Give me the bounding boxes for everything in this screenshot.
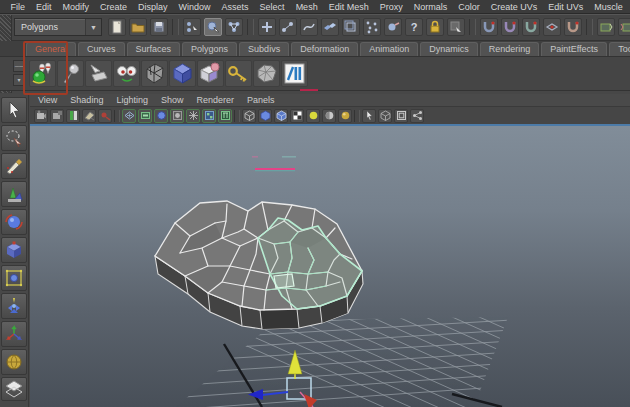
open-scene-icon[interactable] xyxy=(129,18,147,36)
select-camera-icon[interactable] xyxy=(34,109,48,123)
output-connections-icon[interactable] xyxy=(618,18,630,36)
lasso-tool[interactable] xyxy=(1,125,27,151)
selection-mask-deformations-icon[interactable] xyxy=(363,18,381,36)
menu-edit-uvs[interactable]: Edit UVs xyxy=(543,2,589,12)
shelf-tab-rendering[interactable]: Rendering xyxy=(480,42,540,56)
select-tool[interactable] xyxy=(1,97,27,123)
layout-single-pane-button[interactable] xyxy=(1,377,27,401)
frame-rate-icon[interactable] xyxy=(218,109,232,123)
shadows-icon[interactable] xyxy=(322,109,336,123)
show-manipulator-tool[interactable] xyxy=(1,321,27,347)
select-by-object-icon[interactable] xyxy=(204,18,222,36)
selection-mask-points-icon[interactable] xyxy=(258,18,276,36)
gate-mask-icon[interactable] xyxy=(154,109,168,123)
panel-menu-view[interactable]: View xyxy=(38,95,66,105)
menu-display[interactable]: Display xyxy=(133,2,174,12)
image-plane-icon[interactable] xyxy=(82,109,96,123)
snap-to-grid-icon[interactable] xyxy=(480,18,498,36)
select-by-component-icon[interactable] xyxy=(225,18,243,36)
pink-cube-shelf-item[interactable] xyxy=(197,60,224,87)
selection-mask-surfaces-icon[interactable] xyxy=(321,18,339,36)
blue-cube-shelf-item[interactable] xyxy=(169,60,196,87)
menu-edit-mesh[interactable]: Edit Mesh xyxy=(323,2,374,12)
menu-normals[interactable]: Normals xyxy=(408,2,453,12)
shatter-cube-shelf-item[interactable] xyxy=(141,60,168,87)
panel-menu-renderer[interactable]: Renderer xyxy=(196,95,243,105)
crumple-mesh-shelf-item[interactable] xyxy=(253,60,280,87)
menu-select[interactable]: Select xyxy=(254,2,290,12)
selection-mask-planes-icon[interactable] xyxy=(342,18,360,36)
shelf-tab-animation[interactable]: Animation xyxy=(360,42,418,56)
shaded-icon[interactable] xyxy=(258,109,272,123)
share-icon[interactable] xyxy=(410,109,424,123)
new-scene-icon[interactable] xyxy=(108,18,126,36)
resolution-gate-icon[interactable] xyxy=(138,109,152,123)
select-by-hierarchy-icon[interactable] xyxy=(183,18,201,36)
snap-to-projected-center-icon[interactable] xyxy=(543,18,561,36)
paint-selection-tool[interactable] xyxy=(1,153,27,179)
menu-mesh[interactable]: Mesh xyxy=(290,2,323,12)
menu-color[interactable]: Color xyxy=(453,2,486,12)
camera-attributes-icon[interactable] xyxy=(50,109,64,123)
film-gate-icon[interactable] xyxy=(122,109,136,123)
screen-space-ao-icon[interactable] xyxy=(338,109,352,123)
last-tool-used[interactable] xyxy=(1,349,27,375)
safe-title-icon[interactable] xyxy=(202,109,216,123)
selection-mask-help-icon[interactable]: ? xyxy=(405,18,423,36)
shelf-tab-curves[interactable]: Curves xyxy=(78,42,125,56)
scale-tool[interactable] xyxy=(1,237,27,263)
status-separator[interactable] xyxy=(469,19,476,35)
menu-create[interactable]: Create xyxy=(95,2,133,12)
highlight-selection-icon[interactable] xyxy=(447,18,465,36)
snap-to-curves-icon[interactable] xyxy=(501,18,519,36)
lock-selection-icon[interactable] xyxy=(426,18,444,36)
key-shelf-item[interactable] xyxy=(225,60,252,87)
soft-modification-tool[interactable] xyxy=(1,293,27,319)
shelf-tab-surfaces[interactable]: Surfaces xyxy=(127,42,181,56)
two-d-pan-zoom-icon[interactable] xyxy=(98,109,112,123)
shelf-tab-dynamics[interactable]: Dynamics xyxy=(420,42,478,56)
xray-icon[interactable] xyxy=(378,109,392,123)
rock-mesh[interactable] xyxy=(155,201,363,329)
shelf-tab-toon[interactable]: Toon xyxy=(609,42,630,56)
chevron-down-icon[interactable]: ▼ xyxy=(85,19,101,35)
rotate-tool[interactable] xyxy=(1,209,27,235)
menu-modify[interactable]: Modify xyxy=(57,2,95,12)
viewport-renderer-icon[interactable] xyxy=(394,109,408,123)
menu-edit[interactable]: Edit xyxy=(31,2,58,12)
use-all-lights-icon[interactable] xyxy=(306,109,320,123)
move-tool[interactable] xyxy=(1,181,27,207)
menu-set-dropdown[interactable]: Polygons ▼ xyxy=(14,18,102,36)
isolate-select-icon[interactable] xyxy=(362,109,376,123)
plane-arrow-shelf-item[interactable] xyxy=(85,60,112,87)
shelf-tab-painteffects[interactable]: PaintEffects xyxy=(541,42,607,56)
status-separator[interactable] xyxy=(586,19,593,35)
selection-mask-dynamics-icon[interactable] xyxy=(384,18,402,36)
panel-menu-show[interactable]: Show xyxy=(161,95,193,105)
universal-manipulator-tool[interactable] xyxy=(1,265,27,291)
input-connections-icon[interactable] xyxy=(597,18,615,36)
status-separator[interactable] xyxy=(172,19,179,35)
shelf-tab-polygons[interactable]: Polygons xyxy=(182,42,237,56)
shelf-tab-deformation[interactable]: Deformation xyxy=(291,42,358,56)
snap-to-points-icon[interactable] xyxy=(522,18,540,36)
panel-menu-lighting[interactable]: Lighting xyxy=(116,95,157,105)
striped-plane-shelf-item[interactable] xyxy=(281,60,308,87)
menu-create-uvs[interactable]: Create UVs xyxy=(485,2,543,12)
wireframe-icon[interactable] xyxy=(242,109,256,123)
save-scene-icon[interactable] xyxy=(150,18,168,36)
googly-eyes-shelf-item[interactable] xyxy=(113,60,140,87)
menu-proxy[interactable]: Proxy xyxy=(374,2,408,12)
snap-to-view-planes-icon[interactable] xyxy=(564,18,582,36)
panel-menu-shading[interactable]: Shading xyxy=(70,95,112,105)
perspective-viewport[interactable] xyxy=(30,124,630,407)
selection-mask-curves-icon[interactable] xyxy=(300,18,318,36)
wireframe-on-shaded-icon[interactable] xyxy=(274,109,288,123)
selection-mask-handles-icon[interactable] xyxy=(279,18,297,36)
manipulator-z-axis[interactable] xyxy=(262,392,288,395)
textured-icon[interactable] xyxy=(290,109,304,123)
shelf-tab-subdivs[interactable]: Subdivs xyxy=(239,42,289,56)
bookmark-icon[interactable] xyxy=(66,109,80,123)
status-separator[interactable] xyxy=(247,19,254,35)
menu-muscle[interactable]: Muscle xyxy=(589,2,629,12)
